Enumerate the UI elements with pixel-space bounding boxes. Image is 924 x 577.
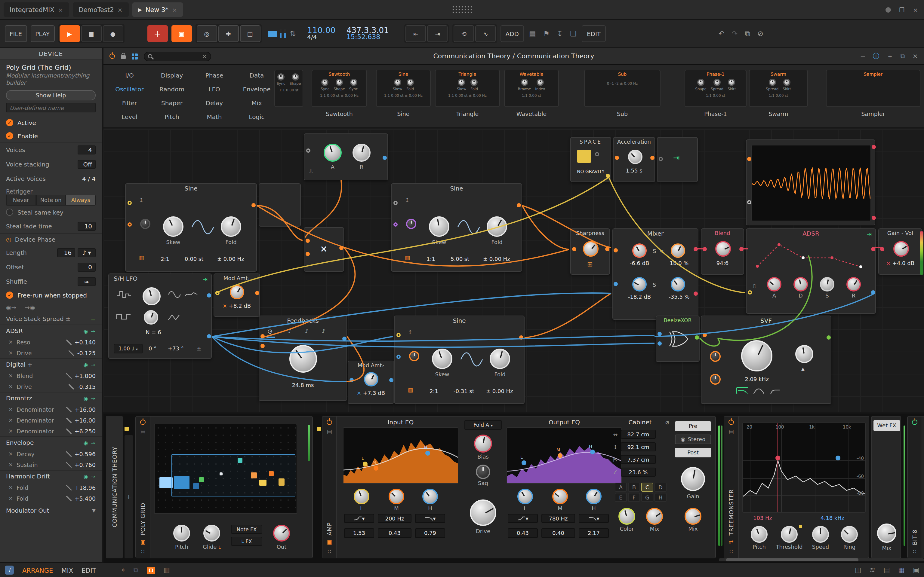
ch1-pan-knob[interactable] — [671, 243, 685, 258]
add-menu-button[interactable]: ADD — [501, 25, 524, 42]
stop-button[interactable]: ■ — [81, 25, 101, 42]
insert-down-icon[interactable]: ↧ — [555, 29, 565, 38]
fold-knob[interactable] — [221, 216, 241, 237]
output-eq-low-knob[interactable] — [517, 488, 533, 504]
keyboard-icon[interactable]: ▤ — [527, 29, 538, 38]
lowpass-icon[interactable] — [736, 387, 748, 394]
punch-out-button[interactable]: ⇥ — [427, 25, 448, 42]
grid-module-sh-lfo[interactable]: S/H LFO ⇥ N = 6 1.00♩▾ 0 ° +73 ° ± — [108, 274, 212, 359]
remove-modulation-icon[interactable]: × — [8, 451, 13, 457]
device-name-input[interactable]: User-defined name — [6, 103, 96, 113]
modulation-target-row[interactable]: ×Reso+0.140 — [0, 337, 102, 347]
output-port[interactable] — [606, 174, 610, 178]
bias-knob[interactable] — [474, 435, 492, 453]
undo-icon[interactable]: ↶ — [716, 29, 726, 38]
input-eq-display[interactable]: LMH — [343, 427, 459, 484]
fm-input-port[interactable] — [396, 355, 401, 359]
cabinet-model-e[interactable]: E — [615, 493, 627, 502]
project-tab-demotest2[interactable]: DemoTest2 × — [73, 2, 128, 17]
remove-modulation-icon[interactable]: × — [8, 372, 13, 379]
chain-scrollbar[interactable] — [719, 558, 924, 561]
device-poly-grid[interactable]: ▤ POLY GRID ▣ ∷ Pitch Glide L — [135, 416, 313, 558]
palette-category-envelope[interactable]: Envelope — [236, 82, 278, 96]
drive-knob[interactable] — [470, 500, 496, 526]
output-port[interactable] — [207, 293, 211, 298]
fold-knob[interactable] — [487, 216, 507, 237]
input-port[interactable] — [703, 247, 707, 251]
palette-module-sine[interactable]: SineSkewFold1:1 0.00 st ± 0.00 HzSine — [376, 70, 431, 117]
output-port[interactable] — [342, 337, 347, 341]
tempo-display[interactable]: 110.00 4/4 — [304, 27, 339, 40]
remove-modulation-icon[interactable]: × — [8, 417, 13, 423]
link-icon[interactable]: ⧉ — [134, 566, 138, 574]
output-port[interactable] — [605, 247, 609, 251]
modulation-target-row[interactable]: ×Sustain+0.760 — [0, 459, 102, 470]
pitch-input-port[interactable] — [393, 201, 397, 205]
panel-toggle-automation-icon[interactable]: ≋ — [869, 566, 875, 574]
expand-icon[interactable]: ⧉ — [901, 52, 905, 60]
modulator-route-icon[interactable]: ◉ → — [84, 361, 96, 367]
retrigger-never-option[interactable]: Never — [6, 195, 36, 206]
cabinet-height-value[interactable]: 92.1 cm — [621, 442, 656, 451]
resonance-knob[interactable] — [795, 345, 813, 363]
fold-knob[interactable] — [489, 349, 510, 369]
tm-speed-knob[interactable] — [812, 526, 829, 543]
skew-knob[interactable] — [429, 216, 449, 237]
skew-knob[interactable] — [163, 216, 184, 237]
treemonster-spectrum-display[interactable]: 201001k10k -40-60-80 — [742, 422, 866, 513]
delay-time-knob[interactable] — [289, 345, 317, 372]
output-port[interactable] — [694, 292, 698, 296]
fold-mode-dropdown[interactable]: Fold A▾ — [464, 420, 502, 430]
grid-canvas[interactable]: A R ⎍ SPACE NO GRAVITY Acceleration 1.55… — [103, 129, 924, 412]
clear-search-icon[interactable]: × — [202, 53, 207, 60]
fm-input-port[interactable] — [128, 222, 132, 227]
input-port[interactable] — [572, 247, 576, 251]
grid-module-sine-2[interactable]: Sine ↥ Skew Fold ▥ 1:1 5.00 st ± 0.00 Hz — [391, 183, 522, 272]
cabinet-model-b[interactable]: B — [628, 483, 640, 492]
input-port[interactable] — [747, 157, 751, 161]
voices-value[interactable]: 4 — [78, 145, 96, 155]
palette-category-delay[interactable]: Delay — [193, 96, 236, 110]
palette-category-i-o[interactable]: I/O — [108, 69, 151, 82]
palette-category-mix[interactable]: Mix — [236, 96, 278, 110]
palette-module-wavetable[interactable]: WavetableBrowseIndex1:1 0.00 stWavetable — [504, 70, 559, 117]
mod-input-port[interactable] — [871, 290, 875, 295]
grid-module-sine-1[interactable]: Sine ↥ Skew Fold ▥ 2:1 0.00 st ± 0.00 Hz — [125, 183, 257, 272]
palette-category-lfo[interactable]: LFO — [193, 82, 236, 96]
smooth-random-icon[interactable] — [185, 291, 198, 298]
checkbox-unchecked-icon[interactable] — [6, 209, 13, 216]
song-position-value[interactable]: 437.3.3.01 — [347, 27, 389, 34]
device-bit-8[interactable]: BIT-8 ∷ — [907, 416, 924, 558]
modulation-target-row[interactable]: ×Fold+18.96 — [0, 482, 102, 493]
scrollbar-thumb[interactable] — [726, 558, 858, 561]
modulator-section-harmonic-drift[interactable]: Harmonic Drift◉ → — [0, 471, 102, 482]
input-eq-low-slope[interactable]: ▾ — [344, 514, 374, 523]
tempo-value[interactable]: 110.00 — [307, 27, 336, 34]
output-eq-low-gain[interactable]: 0.43 — [508, 528, 538, 538]
modulator-section-adsr[interactable]: ADSR◉ → — [0, 325, 102, 337]
overdub-button[interactable]: ✚ — [218, 25, 239, 42]
tm-ring-knob[interactable] — [841, 526, 858, 543]
amp-mix-knob[interactable] — [685, 508, 701, 525]
modulation-target-row[interactable]: ×Denominator+16.00 — [0, 415, 102, 425]
output-port[interactable] — [827, 335, 831, 340]
input-port[interactable] — [215, 291, 220, 295]
modulation-target-row[interactable]: ×Blend+1.000 — [0, 370, 102, 381]
stereo-button[interactable]: ◉Stereo — [675, 435, 711, 444]
ch2-level-knob[interactable] — [632, 277, 647, 292]
edit-view-button[interactable]: EDIT — [81, 566, 96, 574]
preset-icon[interactable]: ▤ — [327, 429, 332, 435]
remove-modulation-icon[interactable]: × — [8, 384, 13, 390]
grid-module-sine-3[interactable]: Sine ↥ Skew Fold ▥ 2:1 -0.31 st ± 0.00 H… — [394, 316, 525, 404]
cabinet-model-g[interactable]: G — [641, 493, 653, 502]
output-eq-low-slope[interactable]: ▾ — [508, 514, 538, 523]
fm-input-port[interactable] — [393, 222, 397, 227]
input-port[interactable] — [657, 332, 662, 336]
skew-knob[interactable] — [432, 349, 452, 369]
grid-module-mod-amt-1[interactable]: Mod Amt₁ × +8.2 dB — [213, 274, 260, 317]
release-knob[interactable] — [846, 277, 861, 292]
output-port[interactable] — [872, 216, 876, 220]
output-port[interactable] — [252, 203, 256, 207]
palette-category-data[interactable]: Data — [236, 69, 278, 82]
output-port[interactable] — [519, 335, 523, 340]
